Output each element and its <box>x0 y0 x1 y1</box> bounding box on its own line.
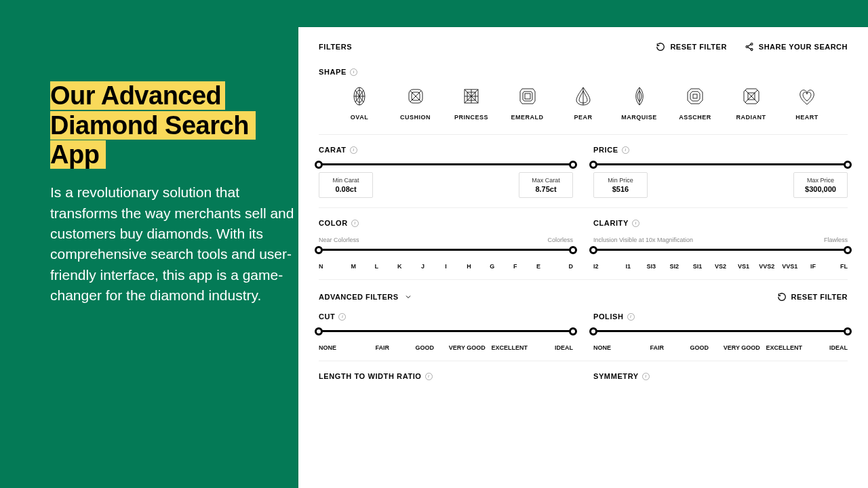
info-icon[interactable]: i <box>627 313 635 321</box>
share-search-label: SHARE YOUR SEARCH <box>759 43 848 51</box>
reset-filter-label: RESET FILTER <box>670 43 726 51</box>
shape-princess[interactable]: PRINCESS <box>451 85 492 121</box>
shape-title: SHAPE <box>319 68 347 76</box>
info-icon[interactable]: i <box>350 68 357 76</box>
shape-marquise[interactable]: MARQUISE <box>619 85 660 121</box>
slider-handle-max[interactable] <box>844 327 852 336</box>
color-note-right: Colorless <box>547 237 573 243</box>
label: Min Price <box>605 177 636 184</box>
shape-cushion[interactable]: CUSHION <box>395 85 436 121</box>
share-icon <box>745 42 754 52</box>
tick: GOOD <box>403 344 446 351</box>
cut-title: CUT <box>319 312 335 321</box>
asscher-icon <box>684 85 706 107</box>
label: Min Carat <box>330 177 361 184</box>
info-icon[interactable]: i <box>351 220 359 227</box>
tick: NONE <box>319 344 361 351</box>
tick: SI1 <box>686 263 709 270</box>
shape-label: HEART <box>795 114 818 121</box>
slider-handle-max[interactable] <box>569 246 577 254</box>
svg-marker-27 <box>690 92 700 101</box>
tick: I1 <box>616 263 639 270</box>
info-icon[interactable]: i <box>642 373 650 380</box>
info-icon[interactable]: i <box>622 146 629 154</box>
shape-label: PRINCESS <box>454 114 488 121</box>
info-icon[interactable]: i <box>632 220 639 227</box>
shape-pear[interactable]: PEAR <box>563 85 604 121</box>
tick: H <box>458 263 481 270</box>
carat-max-input[interactable]: Max Carat8.75ct <box>519 172 573 198</box>
slider-handle-min[interactable] <box>589 327 597 336</box>
info-icon[interactable]: i <box>425 373 433 380</box>
shape-label: PEAR <box>574 114 592 121</box>
tick: J <box>411 263 434 270</box>
info-icon[interactable]: i <box>338 313 346 321</box>
slider-handle-max[interactable] <box>844 161 852 169</box>
polish-ticks: NONEFAIRGOODVERY GOODEXCELLENTIDEAL <box>593 344 848 351</box>
cut-ticks: NONEFAIRGOODVERY GOODEXCELLENTIDEAL <box>319 344 573 351</box>
color-title: COLOR <box>319 219 348 227</box>
reset-filter-button[interactable]: RESET FILTER <box>656 42 726 52</box>
radiant-icon <box>741 85 762 107</box>
slider-handle-min[interactable] <box>315 246 323 254</box>
tick: GOOD <box>678 344 721 351</box>
tick: I <box>434 263 457 270</box>
price-slider[interactable] <box>593 163 848 165</box>
tick: IF <box>802 263 825 270</box>
advanced-filters-toggle[interactable]: ADVANCED FILTERS <box>319 293 412 301</box>
clarity-slider[interactable] <box>593 249 848 251</box>
label: Max Price <box>805 177 836 184</box>
tick: I2 <box>593 263 616 270</box>
tick: FL <box>825 263 848 270</box>
slider-handle-max[interactable] <box>569 161 577 169</box>
info-icon[interactable]: i <box>350 146 357 154</box>
slider-handle-min[interactable] <box>315 327 323 336</box>
heart-icon <box>796 85 818 107</box>
price-max-input[interactable]: Max Price$300,000 <box>793 172 848 198</box>
cut-slider[interactable] <box>319 330 573 332</box>
tick: VVS1 <box>778 263 802 270</box>
share-search-button[interactable]: SHARE YOUR SEARCH <box>745 42 848 52</box>
promo-body: Is a revolutionary solution that transfo… <box>50 182 294 306</box>
shape-asscher[interactable]: ASSCHER <box>675 85 715 121</box>
tick: VS1 <box>732 263 755 270</box>
svg-point-0 <box>751 43 753 45</box>
carat-min-input[interactable]: Min Carat0.08ct <box>319 172 373 198</box>
tick: EXCELLENT <box>488 344 531 351</box>
tick: IDEAL <box>806 344 848 351</box>
tick: FAIR <box>361 344 404 351</box>
tick: FAIR <box>636 344 679 351</box>
tick: D <box>550 263 573 270</box>
promo-title: Our Advanced Diamond Search App <box>50 81 294 170</box>
slider-handle-max[interactable] <box>569 327 577 336</box>
color-slider[interactable] <box>319 249 573 251</box>
slider-handle-min[interactable] <box>589 246 597 254</box>
price-min-input[interactable]: Min Price$516 <box>593 172 648 198</box>
tick: SI2 <box>663 263 686 270</box>
svg-rect-28 <box>693 94 697 98</box>
slider-handle-max[interactable] <box>844 246 852 254</box>
reset-filter-label: RESET FILTER <box>791 293 848 301</box>
polish-slider[interactable] <box>593 330 848 332</box>
carat-slider[interactable] <box>319 163 573 165</box>
tick: L <box>365 263 388 270</box>
tick: N <box>319 263 342 270</box>
polish-title: POLISH <box>593 312 624 321</box>
tick: IDEAL <box>531 344 574 351</box>
panel-header: FILTERS RESET FILTER SHARE YOUR SEARCH <box>319 42 848 52</box>
shape-oval[interactable]: OVAL <box>339 85 380 121</box>
shape-emerald[interactable]: EMERALD <box>507 85 548 121</box>
promo-panel: Our Advanced Diamond Search App Is a rev… <box>50 81 294 306</box>
shape-heart[interactable]: HEART <box>787 85 827 121</box>
pear-icon <box>572 85 594 107</box>
svg-rect-23 <box>525 94 530 99</box>
divider <box>319 134 848 135</box>
tick: E <box>527 263 550 270</box>
reset-filter-button-2[interactable]: RESET FILTER <box>777 292 848 302</box>
advanced-filters-label: ADVANCED FILTERS <box>319 293 399 301</box>
value: $300,000 <box>805 185 836 193</box>
shape-radiant[interactable]: RADIANT <box>731 85 772 121</box>
label: Max Carat <box>530 177 561 184</box>
slider-handle-min[interactable] <box>315 161 323 169</box>
slider-handle-min[interactable] <box>589 161 597 169</box>
